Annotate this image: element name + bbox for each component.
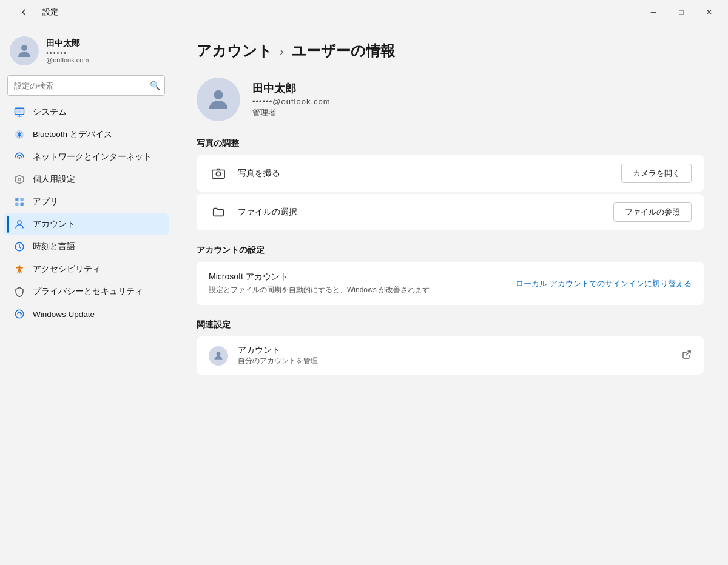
- sidebar-avatar: [10, 36, 39, 65]
- content-area: アカウント › ユーザーの情報 田中太郎 ••••••@outlook.com …: [172, 24, 728, 565]
- sidebar-profile[interactable]: 田中太郎 •••••• @outlook.com: [0, 24, 172, 75]
- sidebar: 田中太郎 •••••• @outlook.com 🔍 システム: [0, 24, 172, 565]
- microsoft-account-card: Microsoft アカウント 設定とファイルの同期を自動的にすると、Windo…: [197, 262, 704, 305]
- page-header: アカウント › ユーザーの情報: [197, 41, 704, 61]
- breadcrumb-parent[interactable]: アカウント: [197, 41, 272, 61]
- sidebar-nav: システム Bluetooth とデバイス: [0, 101, 172, 326]
- sidebar-item-label-time: 時刻と言語: [33, 241, 75, 252]
- svg-point-0: [21, 45, 27, 51]
- sidebar-item-system[interactable]: システム: [4, 101, 169, 123]
- svg-point-13: [15, 310, 24, 318]
- profile-avatar: [197, 78, 240, 121]
- choose-file-label: ファイルの選択: [238, 207, 604, 218]
- svg-point-12: [19, 265, 21, 267]
- folder-icon: [209, 202, 228, 222]
- minimize-button[interactable]: ─: [639, 2, 667, 22]
- sidebar-item-accessibility[interactable]: アクセシビリティ: [4, 258, 169, 280]
- sidebar-item-label-system: システム: [33, 107, 67, 118]
- network-icon: [13, 151, 25, 163]
- sidebar-email: @outlook.com: [46, 56, 89, 64]
- sidebar-item-account[interactable]: アカウント: [4, 213, 169, 235]
- sidebar-item-label-account: アカウント: [33, 219, 75, 230]
- update-icon: [13, 308, 25, 320]
- profile-role: 管理者: [252, 107, 331, 118]
- choose-file-row: ファイルの選択 ファイルの参照: [209, 202, 692, 222]
- app-body: 田中太郎 •••••• @outlook.com 🔍 システム: [0, 24, 728, 565]
- sidebar-item-time[interactable]: 時刻と言語: [4, 236, 169, 258]
- time-icon: [13, 241, 25, 253]
- related-account-info: アカウント 自分のアカウントを管理: [238, 345, 672, 366]
- profile-name: 田中太郎: [252, 81, 331, 96]
- svg-rect-7: [21, 198, 24, 201]
- sidebar-item-label-accessibility: アクセシビリティ: [33, 264, 101, 275]
- sidebar-item-label-privacy: プライバシーとセキュリティ: [33, 286, 143, 297]
- account-icon: [13, 218, 25, 230]
- camera-icon: [209, 164, 228, 183]
- take-photo-label: 写真を撮る: [238, 168, 612, 179]
- sidebar-item-label-network: ネットワークとインターネット: [33, 152, 152, 162]
- choose-file-card: ファイルの選択 ファイルの参照: [197, 194, 704, 230]
- titlebar: 設定 ─ □ ✕: [0, 0, 728, 24]
- sidebar-password-masked: ••••••: [46, 49, 89, 56]
- sidebar-item-label-update: Windows Update: [33, 310, 95, 319]
- switch-to-local-account-link[interactable]: ローカル アカウントでのサインインに切り替える: [516, 278, 692, 289]
- privacy-icon: [13, 286, 25, 298]
- sidebar-item-network[interactable]: ネットワークとインターネット: [4, 146, 169, 168]
- svg-point-16: [216, 172, 220, 176]
- accessibility-icon: [13, 263, 25, 275]
- microsoft-account-info: Microsoft アカウント 設定とファイルの同期を自動的にすると、Windo…: [209, 272, 430, 295]
- sidebar-item-personalization[interactable]: 個人用設定: [4, 169, 169, 190]
- breadcrumb-separator: ›: [280, 44, 284, 58]
- profile-email: ••••••@outlook.com: [252, 97, 331, 106]
- account-section-label: アカウントの設定: [197, 245, 704, 256]
- window-controls: ─ □ ✕: [639, 2, 723, 22]
- sidebar-item-apps[interactable]: アプリ: [4, 191, 169, 213]
- svg-rect-9: [21, 203, 24, 206]
- browse-file-button[interactable]: ファイルの参照: [613, 202, 692, 222]
- bluetooth-icon: [13, 129, 25, 141]
- personalization-icon: [13, 173, 25, 186]
- sidebar-profile-info: 田中太郎 •••••• @outlook.com: [46, 38, 89, 64]
- take-photo-card: 写真を撮る カメラを開く: [197, 155, 704, 192]
- external-link-icon: [682, 350, 692, 362]
- sidebar-username: 田中太郎: [46, 38, 89, 49]
- search-input[interactable]: [7, 75, 165, 96]
- related-account-title: アカウント: [238, 345, 672, 356]
- app-title: 設定: [42, 7, 58, 18]
- svg-point-14: [214, 90, 223, 99]
- related-account-avatar: [209, 346, 228, 366]
- breadcrumb-current: ユーザーの情報: [291, 41, 395, 61]
- photo-section: 写真の調整 写真を撮る カメラを開く: [197, 138, 704, 230]
- svg-point-17: [217, 352, 221, 356]
- maximize-button[interactable]: □: [667, 2, 695, 22]
- apps-icon: [13, 196, 25, 208]
- sidebar-item-label-bluetooth: Bluetooth とデバイス: [33, 129, 112, 140]
- related-section-label: 関連設定: [197, 319, 704, 330]
- back-button[interactable]: [10, 2, 38, 22]
- account-settings-section: アカウントの設定 Microsoft アカウント 設定とファイルの同期を自動的に…: [197, 245, 704, 305]
- photo-section-label: 写真の調整: [197, 138, 704, 149]
- svg-point-10: [18, 221, 21, 224]
- open-camera-button[interactable]: カメラを開く: [621, 164, 692, 183]
- sidebar-item-bluetooth[interactable]: Bluetooth とデバイス: [4, 124, 169, 145]
- svg-point-5: [18, 178, 21, 181]
- profile-details: 田中太郎 ••••••@outlook.com 管理者: [252, 81, 331, 118]
- svg-rect-8: [15, 203, 18, 206]
- profile-card: 田中太郎 ••••••@outlook.com 管理者: [197, 78, 704, 121]
- take-photo-row: 写真を撮る カメラを開く: [209, 164, 692, 183]
- related-settings-section: 関連設定 アカウント 自分のアカウントを管理: [197, 319, 704, 375]
- svg-rect-2: [16, 110, 23, 113]
- close-button[interactable]: ✕: [695, 2, 723, 22]
- sidebar-item-privacy[interactable]: プライバシーとセキュリティ: [4, 281, 169, 303]
- related-account-card[interactable]: アカウント 自分のアカウントを管理: [197, 336, 704, 375]
- related-account-description: 自分のアカウントを管理: [238, 356, 672, 366]
- svg-point-4: [19, 157, 21, 159]
- microsoft-account-description: 設定とファイルの同期を自動的にすると、Windows が改善されます: [209, 285, 430, 295]
- system-icon: [13, 106, 25, 118]
- sidebar-item-update[interactable]: Windows Update: [4, 303, 169, 325]
- sidebar-item-label-apps: アプリ: [33, 196, 58, 207]
- sidebar-search-container: 🔍: [7, 75, 165, 96]
- titlebar-left: 設定: [10, 2, 58, 22]
- sidebar-item-label-personalization: 個人用設定: [33, 174, 75, 185]
- svg-rect-6: [15, 198, 18, 201]
